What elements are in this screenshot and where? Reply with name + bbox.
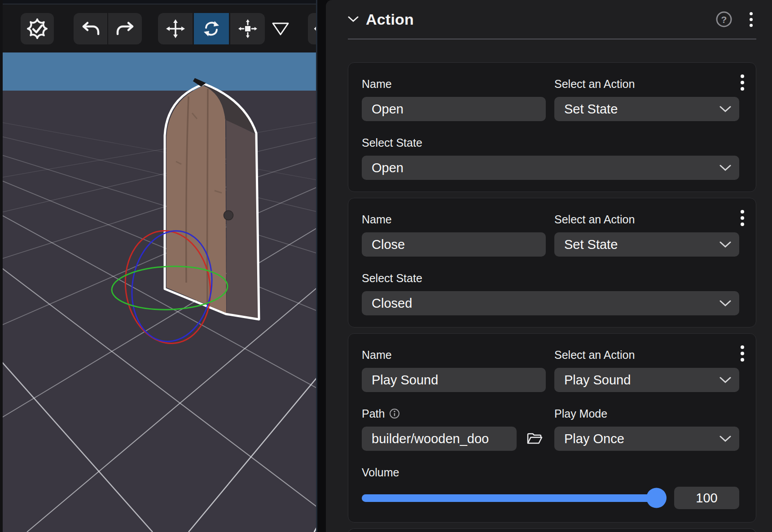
state-select[interactable]: Open <box>362 156 739 180</box>
action-select[interactable]: Play Sound <box>554 368 739 392</box>
help-button[interactable]: ? <box>715 10 733 28</box>
volume-label: Volume <box>362 466 739 479</box>
play-mode-select[interactable]: Play Once <box>554 427 739 451</box>
scale-tool-button[interactable] <box>230 13 265 44</box>
name-label: Name <box>362 77 546 91</box>
redo-icon <box>115 19 135 39</box>
action-select[interactable]: Set State <box>554 97 739 121</box>
action-label: Select an Action <box>554 77 739 91</box>
volume-slider-thumb[interactable] <box>646 488 667 508</box>
chevron-down-icon <box>719 241 731 248</box>
viewport-left-edge <box>0 0 3 532</box>
chevron-down-icon <box>719 106 731 112</box>
script-icon <box>311 19 316 39</box>
sky <box>3 52 316 91</box>
action-select[interactable]: Set State <box>554 232 739 257</box>
panel-menu-kebab-icon[interactable] <box>746 10 756 28</box>
card-menu-kebab-icon[interactable] <box>737 344 748 362</box>
state-select[interactable]: Closed <box>362 291 739 315</box>
info-icon[interactable] <box>389 408 400 419</box>
undo-button[interactable] <box>74 13 107 44</box>
name-label: Name <box>362 213 546 226</box>
badge-check-icon <box>26 17 49 40</box>
3d-viewport[interactable] <box>0 0 316 532</box>
name-input[interactable]: Close <box>362 232 546 257</box>
action-card-partial <box>348 528 756 532</box>
volume-slider-fill <box>362 494 666 502</box>
move-tool-button[interactable] <box>158 13 193 44</box>
action-label: Select an Action <box>554 348 739 362</box>
action-card-close: Name Close Select an Action Set State Se… <box>348 198 756 327</box>
gizmo-space-toggle[interactable] <box>271 13 290 44</box>
svg-text:?: ? <box>721 14 727 25</box>
rotate-tool-icon <box>202 19 221 39</box>
volume-value[interactable]: 100 <box>674 487 739 509</box>
card-menu-kebab-icon[interactable] <box>737 74 748 92</box>
name-input[interactable]: Open <box>362 97 546 121</box>
door-knob <box>224 211 233 220</box>
viewport-toolbar <box>0 0 316 52</box>
chevron-down-icon[interactable] <box>348 16 359 22</box>
help-icon: ? <box>715 10 733 28</box>
name-label: Name <box>362 348 546 362</box>
action-panel: Action ? Name Open Select an Action Set … <box>326 0 772 532</box>
volume-slider[interactable] <box>362 494 666 502</box>
badge-check-button[interactable] <box>21 13 54 44</box>
undo-icon <box>81 19 101 39</box>
script-button[interactable] <box>308 13 316 44</box>
redo-button[interactable] <box>108 13 142 44</box>
action-card-open: Name Open Select an Action Set State Sel… <box>348 62 756 192</box>
state-label: Select State <box>362 136 739 149</box>
path-label: Path <box>362 407 546 420</box>
chevron-down-icon <box>719 377 731 383</box>
scale-tool-icon <box>238 19 258 39</box>
panel-title: Action <box>366 11 414 28</box>
action-card-play-sound: Name Play Sound Select an Action Play So… <box>348 333 756 523</box>
chevron-down-icon <box>719 300 731 306</box>
scene-canvas[interactable] <box>0 0 316 532</box>
action-label: Select an Action <box>554 213 739 226</box>
ground <box>3 91 316 532</box>
card-menu-kebab-icon[interactable] <box>737 209 748 227</box>
chevron-down-icon <box>719 436 731 442</box>
triangle-dropdown-icon <box>272 22 290 36</box>
folder-open-icon <box>526 432 543 445</box>
state-label: Select State <box>362 271 739 285</box>
rotate-tool-button[interactable] <box>194 13 229 44</box>
move-tool-icon <box>166 19 185 39</box>
play-mode-label: Play Mode <box>554 407 739 420</box>
sound-path-input[interactable]: builder/wooden_doo <box>362 427 517 451</box>
browse-file-button[interactable] <box>526 432 543 445</box>
toolbar-top-strip <box>0 0 316 4</box>
name-input[interactable]: Play Sound <box>362 368 546 392</box>
panel-header: Action ? <box>348 0 756 39</box>
chevron-down-icon <box>719 165 731 171</box>
